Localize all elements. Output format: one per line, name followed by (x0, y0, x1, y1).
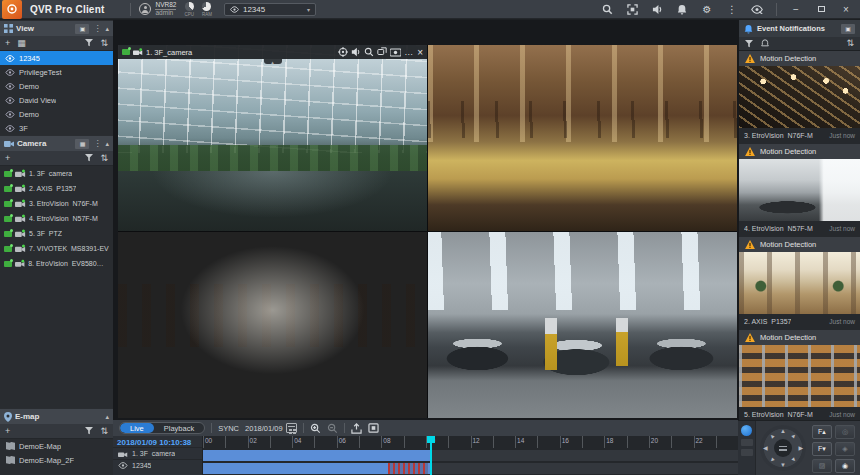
view-thumbnail-toggle-button[interactable]: ▣ (75, 24, 89, 34)
tile-more-icon[interactable]: … (404, 47, 414, 57)
close-button[interactable]: × (840, 3, 852, 15)
tile-close-icon[interactable]: × (417, 47, 423, 58)
patrol-button[interactable]: ◈ (835, 442, 855, 456)
focus-far-button[interactable]: F▾ (812, 442, 832, 456)
view-sort-icon[interactable]: ⇅ (100, 39, 108, 48)
event-panel-layout-button[interactable]: ▣ (841, 24, 855, 34)
server-menu[interactable]: NVR82 admin (139, 2, 176, 16)
timeline-row-label-camera[interactable]: 1. 3F_camera (113, 447, 202, 459)
ptz-up-left-icon[interactable]: ▲ (768, 432, 776, 440)
event-sort-icon[interactable]: ⇅ (846, 39, 854, 48)
recording-track-view[interactable] (203, 462, 738, 474)
event-item[interactable]: Motion Detection 5. EtroVision_N76F-M Ju… (739, 330, 860, 420)
playhead[interactable] (430, 436, 432, 475)
ptz-right-icon[interactable]: ▶ (798, 445, 803, 451)
ptz-down-left-icon[interactable]: ▲ (768, 456, 776, 464)
event-item[interactable]: Motion Detection 4. EtroVision_N57F-M Ju… (739, 144, 860, 235)
emap-item[interactable]: DemoE-Map_2F (0, 453, 113, 467)
recording-track-camera[interactable] (203, 449, 738, 461)
video-tile-3-store[interactable] (118, 232, 427, 418)
more-menu-icon[interactable]: ⋮ (726, 3, 738, 15)
ram-gauge[interactable]: RAM (202, 2, 212, 17)
ptz-down-icon[interactable]: ▼ (780, 462, 786, 468)
camera-thumbnail-toggle-button[interactable]: ▦ (75, 139, 89, 149)
auto-tracking-button[interactable]: ◉ (835, 459, 855, 473)
playback-mode-button[interactable]: Playback (154, 423, 204, 433)
camera-item[interactable]: 7. VIVOTEK_MS8391-EV (0, 241, 113, 256)
tile-audio-icon[interactable] (351, 47, 361, 57)
view-item[interactable]: 3F (0, 121, 113, 135)
emap-section-header[interactable]: E-map ▴ (0, 408, 113, 424)
record-clip-icon[interactable] (390, 48, 401, 57)
camera-item[interactable]: 3. EtroVision_N76F-M (0, 196, 113, 211)
search-icon[interactable] (601, 3, 613, 15)
timeline-ruler[interactable]: 00 02 04 06 08 10 12 14 16 18 20 22 (203, 436, 738, 448)
ptz-up-icon[interactable]: ▲ (780, 428, 786, 434)
view-item[interactable]: Demo (0, 79, 113, 93)
event-filter-icon[interactable] (745, 40, 753, 48)
live-mode-button[interactable]: Live (120, 423, 154, 433)
date-picker[interactable]: 2018/01/09 (245, 423, 297, 433)
camera-more-icon[interactable]: ⋮ (92, 139, 102, 148)
camera-item[interactable]: 2. AXIS_P1357 (0, 181, 113, 196)
view-item[interactable]: PrivilegeTest (0, 65, 113, 79)
view-more-icon[interactable]: ⋮ (92, 24, 102, 33)
export-icon[interactable] (351, 423, 362, 434)
cpu-gauge[interactable]: CPU (184, 2, 194, 17)
add-view-button[interactable]: + (5, 39, 10, 48)
ptz-down-right-icon[interactable]: ▲ (790, 456, 798, 464)
camera-sort-icon[interactable]: ⇅ (100, 154, 108, 163)
add-emap-button[interactable]: + (5, 427, 10, 436)
video-tile-4-garage[interactable] (428, 232, 737, 418)
bookmark-list-icon[interactable] (368, 423, 379, 433)
view-item[interactable]: 12345 (0, 51, 113, 65)
add-camera-button[interactable]: + (5, 154, 10, 163)
ptz-direction-pad[interactable]: ▲ ▼ ◀ ▶ ▲ ▲ ▲ ▲ (760, 425, 806, 471)
video-tile-2-restaurant[interactable] (428, 45, 737, 231)
snapshot-icon[interactable] (377, 47, 387, 57)
view-selector-dropdown[interactable]: 12345 ▾ (224, 3, 316, 16)
ptz-zoom-center[interactable] (774, 439, 792, 457)
event-mute-icon[interactable] (761, 39, 769, 48)
digital-zoom-icon[interactable] (364, 47, 374, 57)
emap-filter-icon[interactable] (85, 427, 93, 435)
camera-item[interactable]: 8. EtroVision_EV8580Q-MD (0, 256, 113, 271)
timeline-expand-button[interactable] (741, 425, 752, 436)
view-item[interactable]: Demo (0, 107, 113, 121)
event-item[interactable]: Motion Detection 2. AXIS_P1357 Just now (739, 237, 860, 328)
view-filter-icon[interactable] (85, 39, 93, 47)
timeline-zoom-out-icon[interactable] (327, 423, 338, 434)
restore-button[interactable] (815, 3, 827, 15)
ptz-control-icon[interactable] (338, 47, 348, 57)
camera-item[interactable]: 1. 3F_camera (0, 166, 113, 181)
preset-button[interactable]: ◎ (835, 425, 855, 439)
sync-toggle-button[interactable]: SYNC (218, 424, 239, 433)
audio-icon[interactable] (651, 3, 663, 15)
view-section-header[interactable]: View ▣ ⋮ ▴ (0, 20, 113, 36)
hide-panels-icon[interactable] (751, 3, 763, 15)
event-item[interactable]: Motion Detection 3. EtroVision_N76F-M Ju… (739, 51, 860, 142)
alert-bell-icon[interactable] (676, 3, 688, 15)
timeline-row-label-view[interactable]: 12345 (113, 459, 202, 471)
minimize-button[interactable]: − (790, 3, 802, 15)
camera-section-header[interactable]: Camera ▦ ⋮ ▴ (0, 135, 113, 151)
image-adjust-button[interactable]: ▨ (812, 459, 832, 473)
video-tile-1-3f-camera[interactable]: 1. 3F_camera … × ▴ (118, 45, 427, 231)
view-item[interactable]: David View (0, 93, 113, 107)
timeline-track[interactable]: 00 02 04 06 08 10 12 14 16 18 20 22 (203, 436, 738, 475)
emap-sort-icon[interactable]: ⇅ (100, 427, 108, 436)
emap-item[interactable]: DemoE-Map (0, 439, 113, 453)
camera-collapse-icon[interactable]: ▴ (105, 140, 109, 148)
view-collapse-icon[interactable]: ▴ (105, 25, 109, 33)
camera-filter-icon[interactable] (85, 154, 93, 162)
camera-item[interactable]: 4. EtroVision_N57F-M (0, 211, 113, 226)
tile-toolbar-handle[interactable]: ▴ (264, 59, 282, 64)
fullscreen-icon[interactable] (626, 3, 638, 15)
focus-near-button[interactable]: F▴ (812, 425, 832, 439)
settings-gear-icon[interactable]: ⚙ (701, 3, 713, 15)
ptz-left-icon[interactable]: ◀ (763, 445, 768, 451)
emap-collapse-icon[interactable]: ▴ (105, 413, 109, 421)
view-layout-button[interactable]: ▦ (17, 39, 26, 48)
timeline-zoom-in-icon[interactable] (310, 423, 321, 434)
camera-item[interactable]: 5. 3F_PTZ (0, 226, 113, 241)
